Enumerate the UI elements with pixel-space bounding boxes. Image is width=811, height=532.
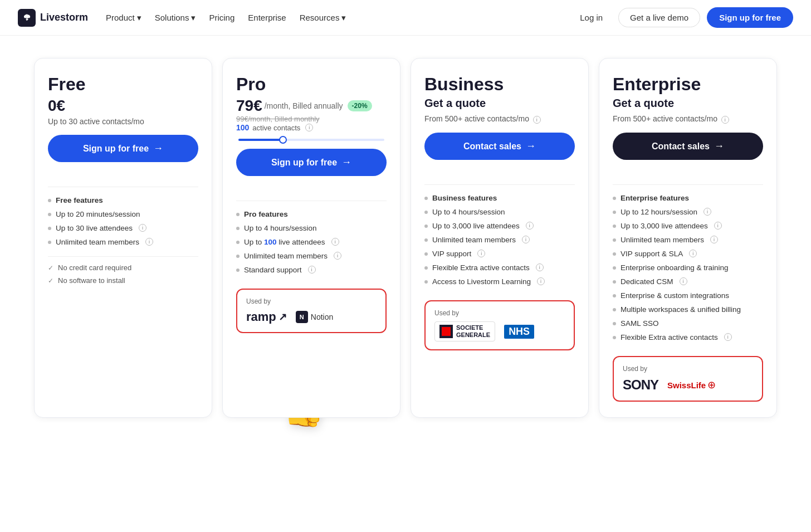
demo-button[interactable]: Get a live demo: [618, 8, 700, 27]
nav-product[interactable]: Product ▾: [106, 13, 141, 23]
info-icon[interactable]: i: [477, 250, 485, 257]
info-icon[interactable]: i: [331, 238, 339, 246]
info-icon[interactable]: i: [721, 116, 729, 124]
feature-item: Up to 3,000 live attendees i: [424, 222, 575, 230]
nav-right: Log in Get a live demo Sign up for free: [571, 7, 793, 28]
bullet-icon: [236, 213, 240, 216]
discount-badge: -20%: [348, 100, 372, 111]
feature-item: Up to 3,000 live attendees i: [613, 222, 763, 230]
info-icon[interactable]: i: [689, 250, 697, 257]
bullet-icon: [613, 197, 616, 200]
info-icon[interactable]: i: [536, 263, 544, 271]
feature-item: Up to 4 hours/session: [236, 224, 387, 232]
logos-row: ramp ↗ N Notion: [246, 310, 377, 324]
nav-enterprise[interactable]: Enterprise: [248, 13, 286, 22]
slider-thumb: [279, 136, 287, 144]
plan-enterprise: Enterprise Get a quote From 500+ active …: [599, 58, 777, 418]
info-icon[interactable]: i: [308, 266, 316, 274]
business-cta-button[interactable]: Contact sales →: [424, 133, 575, 160]
pro-used-by: Used by ramp ↗ N Notion: [236, 289, 387, 333]
bullet-icon: [613, 280, 616, 284]
free-checkmarks: ✓ No credit card required ✓ No software …: [48, 256, 198, 296]
check-item: ✓ No software to install: [48, 276, 198, 285]
logo[interactable]: 🌩 Livestorm: [18, 9, 88, 27]
bullet-icon: [236, 255, 240, 258]
pro-contacts-row: 100 active contacts i: [236, 123, 387, 132]
bullet-icon: [48, 199, 51, 202]
contacts-count: 100: [236, 123, 249, 132]
bullet-icon: [613, 252, 616, 256]
feature-item: Multiple workspaces & unified billing: [613, 305, 763, 314]
contacts-slider[interactable]: [238, 139, 384, 141]
sg-square: [439, 325, 453, 338]
bullet-icon: [48, 241, 51, 244]
info-icon[interactable]: i: [537, 277, 545, 285]
info-icon[interactable]: i: [145, 238, 153, 246]
used-by-label: Used by: [434, 309, 565, 317]
swisslife-logo: SwissLife ⊕: [667, 379, 716, 391]
plan-pro: Pro 79€ /month, Billed annually -20% 99€…: [222, 58, 400, 418]
business-features: Business features Up to 4 hours/session …: [424, 184, 575, 291]
bullet-icon: [613, 224, 616, 228]
arrow-icon: →: [341, 157, 351, 168]
signup-button[interactable]: Sign up for free: [707, 7, 793, 28]
info-icon[interactable]: i: [334, 252, 341, 260]
feature-item: Unlimited team members i: [424, 236, 575, 244]
feature-item: Free features: [48, 196, 198, 204]
ramp-logo: ramp ↗: [246, 310, 287, 324]
arrow-icon: →: [714, 140, 724, 152]
free-plan-name: Free: [48, 74, 198, 95]
info-icon[interactable]: i: [724, 333, 732, 341]
bullet-icon: [613, 308, 616, 311]
feature-item: Up to 30 live attendees i: [48, 224, 198, 232]
nav-solutions[interactable]: Solutions ▾: [155, 13, 196, 23]
bullet-icon: [613, 336, 616, 339]
feature-item: Standard support i: [236, 266, 387, 274]
business-subtitle: Get a quote: [424, 97, 575, 110]
used-by-label: Used by: [246, 297, 377, 305]
business-plan-name: Business: [424, 74, 575, 95]
info-icon[interactable]: i: [305, 124, 313, 131]
bullet-icon: [613, 211, 616, 214]
check-icon: ✓: [48, 277, 53, 285]
feature-item: Dedicated CSM i: [613, 277, 763, 286]
slider-fill: [238, 139, 282, 141]
info-icon[interactable]: i: [526, 222, 534, 230]
arrow-icon: →: [526, 140, 536, 152]
feature-item: Up to 20 minutes/session: [48, 210, 198, 218]
free-cta-button[interactable]: Sign up for free →: [48, 135, 198, 162]
info-icon[interactable]: i: [680, 277, 687, 285]
feature-item: Access to Livestorm Learning i: [424, 277, 575, 286]
nav-resources[interactable]: Resources ▾: [300, 13, 346, 23]
arrow-icon: →: [153, 143, 163, 154]
pro-price-main: 79€: [236, 97, 262, 115]
info-icon[interactable]: i: [522, 236, 530, 243]
enterprise-cta-button[interactable]: Contact sales →: [613, 133, 763, 160]
feature-item: SAML SSO: [613, 319, 763, 328]
free-plan-price: 0€: [48, 97, 198, 115]
feature-item: Unlimited team members i: [48, 238, 198, 246]
info-icon[interactable]: i: [714, 222, 722, 230]
info-icon[interactable]: i: [710, 236, 718, 243]
sg-text: SOCIETEGENERALE: [456, 324, 490, 339]
check-item: ✓ No credit card required: [48, 263, 198, 272]
info-icon[interactable]: i: [533, 116, 541, 124]
business-top: Business Get a quote From 500+ active co…: [424, 74, 575, 171]
pro-plan-name: Pro: [236, 74, 387, 95]
login-button[interactable]: Log in: [571, 8, 612, 27]
plan-free: Free 0€ Up to 30 active contacts/mo Sign…: [34, 58, 212, 418]
business-used-by: Used by SOCIETEGENERALE NHS: [424, 300, 575, 350]
nhs-logo: NHS: [504, 325, 534, 339]
business-desc: From 500+ active contacts/mo i: [424, 114, 575, 124]
bullet-icon: [613, 322, 616, 325]
pro-cta-button[interactable]: Sign up for free →: [236, 149, 387, 176]
swisslife-symbol: ⊕: [707, 379, 716, 391]
feature-item: Flexible Extra active contacts i: [424, 263, 575, 272]
info-icon[interactable]: i: [703, 208, 711, 216]
used-by-label: Used by: [623, 365, 753, 373]
info-icon[interactable]: i: [139, 224, 146, 232]
feature-item: Business features: [424, 194, 575, 202]
feature-item: Up to 12 hours/session i: [613, 208, 763, 216]
nav-pricing[interactable]: Pricing: [209, 13, 234, 22]
enterprise-used-by: Used by SONY SwissLife ⊕: [613, 356, 763, 402]
